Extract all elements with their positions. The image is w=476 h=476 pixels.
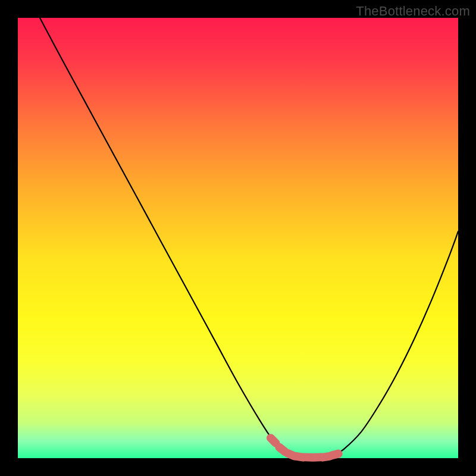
bottleneck-curve [40, 18, 458, 458]
curve-layer [18, 18, 458, 458]
chart-frame: TheBottleneck.com [0, 0, 476, 476]
optimal-marker [326, 449, 343, 461]
watermark-text: TheBottleneck.com [356, 4, 470, 19]
plot-area [18, 18, 458, 458]
optimal-range-markers [265, 432, 343, 462]
